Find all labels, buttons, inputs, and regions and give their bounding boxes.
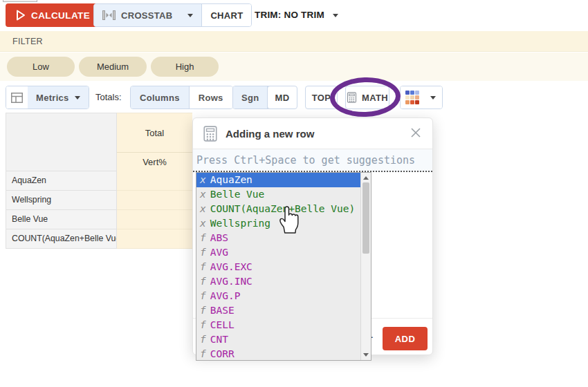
suggestion-label: AVG bbox=[210, 247, 228, 258]
totals-label: Totals: bbox=[95, 86, 122, 109]
calculate-label: CALCULATE bbox=[31, 10, 90, 21]
suggestion-type-prefix: x bbox=[200, 203, 206, 214]
calculator-icon bbox=[203, 126, 218, 142]
suggestion-label: CELL bbox=[210, 319, 235, 330]
suggestion-label: ABS bbox=[210, 232, 228, 243]
suggestion-item[interactable]: fABS bbox=[196, 231, 360, 245]
sgn-button[interactable]: Sgn bbox=[233, 86, 267, 108]
crosstab-table: Total Vert% AquaZen Wellspring Belle Vue… bbox=[6, 113, 192, 249]
suggestion-type-prefix: f bbox=[200, 276, 206, 287]
palette-caret-button[interactable] bbox=[424, 86, 442, 108]
formula-placeholder: Press Ctrl+Space to get suggestions bbox=[196, 154, 415, 167]
filter-band: FILTER bbox=[0, 31, 588, 52]
filter-chip[interactable]: High bbox=[151, 57, 219, 77]
suggestion-item[interactable]: xWellspring bbox=[196, 216, 360, 231]
suggestion-type-prefix: f bbox=[200, 305, 206, 316]
scroll-down-button[interactable] bbox=[361, 350, 371, 359]
suggestion-scrollbar[interactable] bbox=[360, 173, 371, 360]
scroll-up-icon bbox=[363, 176, 369, 180]
suggestion-type-prefix: x bbox=[200, 218, 206, 229]
suggestion-label: BASE bbox=[210, 305, 235, 316]
chart-tab[interactable]: CHART bbox=[201, 4, 251, 26]
filter-chip[interactable]: Low bbox=[7, 57, 75, 77]
suggestion-label: AVG.P bbox=[210, 290, 241, 301]
suggestion-item[interactable]: fCORR bbox=[196, 347, 360, 360]
suggestion-label: AVG.INC bbox=[210, 276, 252, 287]
columns-label: Columns bbox=[140, 93, 180, 103]
add-button[interactable]: ADD bbox=[383, 327, 428, 350]
table-row: Wellspring bbox=[6, 191, 192, 210]
top-label: TOP bbox=[312, 93, 331, 103]
row-value-cell bbox=[117, 191, 192, 210]
trim-dropdown[interactable]: TRIM: NO TRIM bbox=[255, 3, 338, 27]
suggestion-type-prefix: f bbox=[200, 261, 206, 272]
palette-icon bbox=[405, 91, 419, 104]
suggestion-item[interactable]: xAquaZen bbox=[196, 173, 360, 187]
math-label: MATH bbox=[362, 93, 388, 103]
filter-chips: LowMediumHigh bbox=[0, 53, 588, 81]
math-button[interactable]: MATH bbox=[345, 86, 389, 109]
totals-columns-button[interactable]: Columns bbox=[131, 86, 189, 108]
palette-caret-icon bbox=[430, 96, 436, 100]
table-body: AquaZen Wellspring Belle Vue COUNT(AquaZ… bbox=[6, 171, 192, 249]
rows-label: Rows bbox=[199, 93, 223, 103]
suggestion-item[interactable]: fAVG.EXC bbox=[196, 260, 360, 274]
totals-rows-button[interactable]: Rows bbox=[189, 86, 232, 108]
suggestion-item[interactable]: fCNT bbox=[196, 332, 360, 347]
suggestion-item[interactable]: fAVG.INC bbox=[196, 274, 360, 289]
row-label-cell: COUNT(AquaZen+Belle Vue) bbox=[6, 229, 117, 249]
top-button[interactable]: TOP bbox=[305, 86, 338, 109]
suggestion-label: AquaZen bbox=[210, 174, 252, 185]
suggestion-item[interactable]: fCELL bbox=[196, 318, 360, 332]
suggestion-type-prefix: x bbox=[200, 189, 206, 200]
palette-group bbox=[400, 86, 443, 109]
calculate-button[interactable]: CALCULATE bbox=[6, 3, 100, 27]
md-label: MD bbox=[275, 93, 290, 103]
dialog-header: Adding a new row bbox=[193, 118, 432, 149]
suggestion-type-prefix: f bbox=[200, 232, 206, 243]
layout-grid-button[interactable] bbox=[6, 86, 28, 108]
window-edge-artifact bbox=[3, 0, 37, 2]
suggestion-item[interactable]: fAVG.P bbox=[196, 289, 360, 303]
metrics-dropdown[interactable]: Metrics bbox=[28, 86, 89, 108]
row-label-cell: Belle Vue bbox=[6, 210, 117, 229]
totals-toggle-group: Columns Rows bbox=[130, 86, 233, 109]
md-button[interactable]: MD bbox=[267, 86, 297, 109]
trim-caret-icon bbox=[333, 14, 338, 17]
metrics-caret-icon bbox=[75, 96, 80, 100]
row-label-cell: AquaZen bbox=[6, 171, 117, 191]
formula-input[interactable]: Press Ctrl+Space to get suggestions bbox=[193, 149, 432, 172]
suggestion-type-prefix: f bbox=[200, 334, 206, 345]
suggestion-label: COUNT(AquaZen+Belle Vue) bbox=[210, 203, 356, 214]
suggestion-type-prefix: f bbox=[200, 348, 206, 359]
suggestion-item[interactable]: fBASE bbox=[196, 303, 360, 318]
crosstab-label: CROSSTAB bbox=[121, 10, 172, 21]
suggestion-type-prefix: f bbox=[200, 319, 206, 330]
palette-button[interactable] bbox=[401, 86, 424, 108]
scroll-up-button[interactable] bbox=[361, 173, 371, 182]
suggestion-list: xAquaZen xBelle Vue xCOUNT(AquaZen+Belle… bbox=[196, 172, 371, 361]
chart-label: CHART bbox=[210, 10, 243, 21]
table-row: COUNT(AquaZen+Belle Vue) bbox=[6, 229, 192, 249]
trim-label: TRIM: NO TRIM bbox=[255, 10, 324, 20]
crosstab-tab[interactable]: CROSSTAB bbox=[94, 4, 201, 26]
play-icon bbox=[16, 10, 26, 21]
dialog-close-button[interactable] bbox=[409, 125, 423, 142]
crosstab-icon bbox=[102, 10, 116, 20]
table-layout-icon bbox=[11, 93, 23, 103]
suggestion-item[interactable]: xCOUNT(AquaZen+Belle Vue) bbox=[196, 202, 360, 216]
filter-chip[interactable]: Medium bbox=[79, 57, 147, 77]
suggestion-label: CNT bbox=[210, 334, 228, 345]
suggestion-type-prefix: f bbox=[200, 247, 206, 258]
crosstab-caret-icon[interactable] bbox=[187, 14, 193, 17]
sgn-label: Sgn bbox=[241, 93, 259, 103]
suggestion-item[interactable]: xBelle Vue bbox=[196, 187, 360, 202]
dialog-title: Adding a new row bbox=[226, 128, 314, 140]
suggestion-item[interactable]: fAVG bbox=[196, 245, 360, 260]
scrollbar-thumb[interactable] bbox=[362, 182, 369, 254]
row-label-cell: Wellspring bbox=[6, 191, 117, 210]
metrics-label: Metrics bbox=[36, 93, 69, 103]
filter-label: FILTER bbox=[12, 37, 43, 46]
suggestion-type-prefix: x bbox=[200, 174, 206, 185]
suggestion-label: AVG.EXC bbox=[210, 261, 252, 272]
